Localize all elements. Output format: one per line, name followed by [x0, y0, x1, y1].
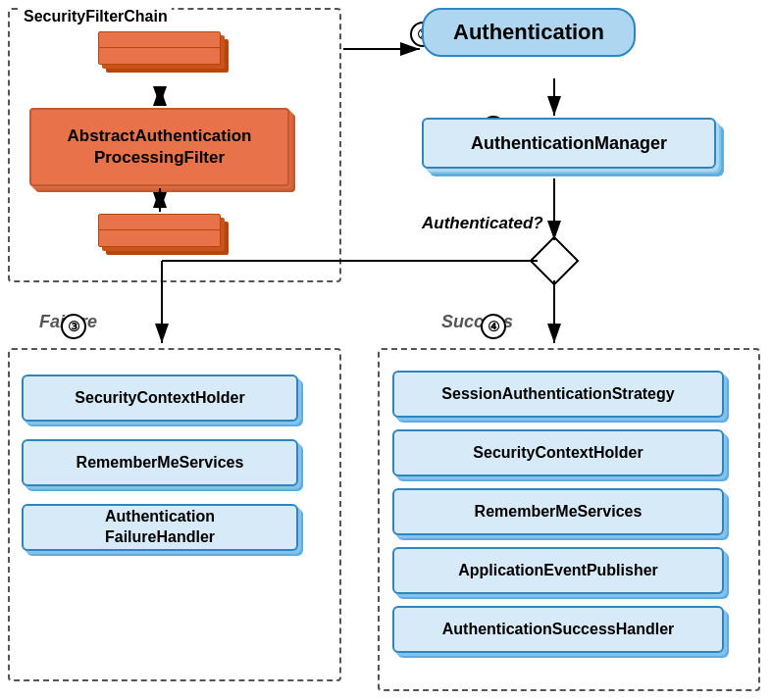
success-component-2: SecurityContextHolder: [392, 429, 736, 476]
abstract-auth-box: AbstractAuthenticationProcessingFilter: [29, 108, 294, 186]
orange-bars-top: [98, 31, 226, 86]
filter-chain-label: SecurityFilterChain: [20, 8, 172, 25]
diagram-container: SecurityFilterChain AbstractAuthenticati…: [0, 0, 771, 700]
auth-box: Authentication: [422, 8, 636, 57]
auth-manager-label: AuthenticationManager: [471, 133, 667, 154]
auth-box-label: Authentication: [453, 20, 604, 44]
badge-4: ④: [481, 314, 506, 339]
orange-bars-bottom: [98, 214, 226, 269]
failure-component-3: AuthenticationFailureHandler: [22, 504, 311, 551]
abstract-auth-label: AbstractAuthenticationProcessingFilter: [68, 125, 252, 169]
success-component-4: ApplicationEventPublisher: [392, 547, 736, 594]
diamond-decision: [530, 236, 580, 286]
success-component-1: SessionAuthenticationStrategy: [392, 371, 736, 418]
success-component-3: RememberMeServices: [392, 488, 736, 535]
badge-3: ③: [61, 314, 86, 339]
auth-manager-container: AuthenticationManager: [422, 118, 726, 169]
failure-component-2: RememberMeServices: [22, 439, 311, 486]
success-component-5: AuthenticationSuccessHandler: [392, 606, 736, 653]
authenticated-label: Authenticated?: [422, 214, 543, 233]
auth-box-container: Authentication: [422, 8, 636, 57]
failure-component-1: SecurityContextHolder: [22, 375, 311, 422]
